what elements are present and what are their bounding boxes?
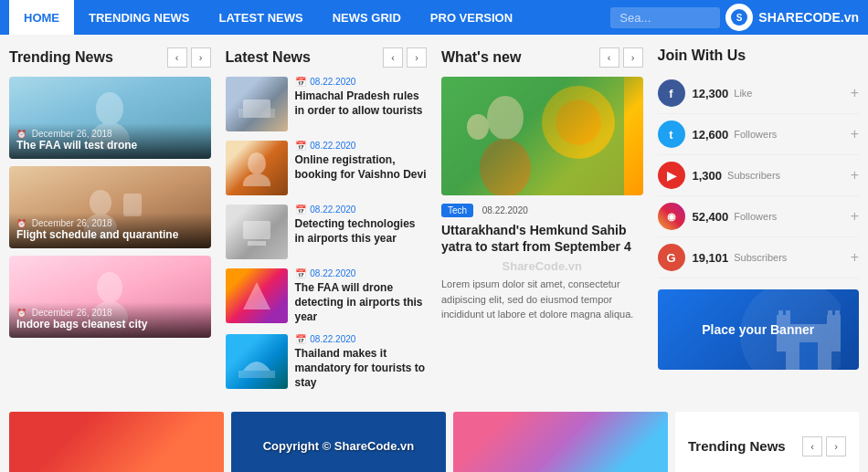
bottom-trending-label: Trending News [688,438,786,454]
featured-title[interactable]: Uttarakhand's Hemkund Sahib yatra to sta… [441,222,643,255]
join-title: Join With Us [658,47,746,64]
twitter-label: Followers [734,129,777,140]
bottom-next[interactable]: › [826,436,846,456]
youtube-plus[interactable]: + [851,167,859,184]
social-row-youtube: ▶ 1,300 Subscribers + [658,155,860,196]
nav-logo-area: S SHARECODE.vn [610,4,859,31]
featured-desc: Lorem ipsum dolor sit amet, consectetur … [441,277,643,322]
svg-point-19 [556,100,601,145]
latest-item-title-2: Online registration, booking for Vaishno… [295,152,428,182]
whatsnew-title: What's new [441,49,521,66]
latest-item-4[interactable]: 📅 08.22.2020 The FAA will drone detectin… [226,268,428,325]
banner-text: Place your Banner [702,322,814,337]
bottom-thumb-3 [453,412,668,472]
trending-card-title-3: Indore bags cleanest city [16,318,204,332]
youtube-icon: ▶ [658,162,685,189]
navbar: HOME TRENDING NEWS LATEST NEWS NEWS GRID… [0,0,868,35]
svg-rect-25 [827,315,841,351]
whatsnew-next[interactable]: › [623,47,643,68]
nav-item-grid[interactable]: NEWS GRID [318,0,416,35]
logo-text: SHARECODE.vn [758,10,859,25]
svg-rect-29 [828,310,832,318]
svg-point-12 [243,173,270,186]
latest-thumb-4 [226,268,288,323]
latest-item-5[interactable]: 📅 08.22.2020 Thailand makes it mandatory… [226,334,428,391]
youtube-label: Subscribers [727,170,780,181]
svg-rect-27 [778,310,783,318]
latest-date-5: 📅 08.22.2020 [295,334,428,344]
trending-arrows: ‹ › [167,47,211,68]
latest-item-1[interactable]: 📅 08.22.2020 Himachal Pradesh rules in o… [226,77,428,131]
svg-rect-16 [238,371,275,378]
latest-date-3: 📅 08.22.2020 [295,205,428,215]
facebook-label: Like [734,88,752,99]
trending-header: Trending News ‹ › [9,47,211,68]
google-plus[interactable]: + [851,249,859,266]
youtube-count: 1,300 [693,169,723,183]
latest-prev[interactable]: ‹ [383,47,403,68]
latest-header: Latest News ‹ › [226,47,428,68]
copyright-text: Copyright © ShareCode.vn [263,439,415,453]
svg-point-22 [467,114,489,140]
latest-info-3: 📅 08.22.2020 Detecting technologies in a… [295,205,428,246]
social-row-facebook: f 12,300 Like + [658,73,860,114]
latest-section: Latest News ‹ › 📅 08.22.2020 Himachal Pr… [226,47,428,399]
nav-item-latest[interactable]: LATEST NEWS [205,0,318,35]
latest-info-5: 📅 08.22.2020 Thailand makes it mandatory… [295,334,428,391]
latest-next[interactable]: › [407,47,427,68]
clock-icon-2: ⏰ [16,219,26,228]
svg-point-2 [96,92,123,125]
latest-item-title-3: Detecting technologies in airports this … [295,216,428,246]
featured-date: 08.22.2020 [482,205,528,215]
trending-prev[interactable]: ‹ [167,47,187,68]
latest-info-4: 📅 08.22.2020 The FAA will drone detectin… [295,268,428,325]
trending-next[interactable]: › [191,47,211,68]
latest-date-2: 📅 08.22.2020 [295,141,428,151]
facebook-plus[interactable]: + [851,85,859,101]
latest-title: Latest News [226,49,311,66]
trending-title: Trending News [9,49,113,66]
clock-icon-3: ⏰ [16,309,26,318]
trending-date-2: ⏰ December 26, 2018 [16,218,204,228]
watermark: ShareCode.vn [441,259,643,273]
join-header: Join With Us [658,47,860,64]
search-input[interactable] [610,7,720,28]
svg-marker-15 [243,282,270,309]
calendar-icon-2: 📅 [295,141,306,151]
trending-card-3[interactable]: ⏰ December 26, 2018 Indore bags cleanest… [9,256,211,338]
trending-card-title-2: Flight schedule and quarantine [16,228,204,243]
nav-item-home[interactable]: HOME [9,0,74,35]
calendar-icon-3: 📅 [295,205,306,215]
trending-card-1[interactable]: ⏰ December 26, 2018 The FAA will test dr… [9,77,211,159]
main-content: Trending News ‹ › ⏰ December 26, 2018 Th… [0,35,868,412]
twitter-plus[interactable]: + [851,126,859,142]
bottom-arrows: ‹ › [802,436,846,456]
trending-overlay-3: ⏰ December 26, 2018 Indore bags cleanest… [9,302,211,338]
google-count: 19,101 [693,251,729,265]
social-row-twitter: t 12,600 Followers + [658,114,860,155]
whatsnew-section: What's new ‹ › Tech 08.22.2020 [441,47,643,399]
trending-card-title-1: The FAA will test drone [16,139,204,153]
whatsnew-prev[interactable]: ‹ [599,47,619,68]
twitter-count: 12,600 [693,128,729,142]
svg-point-21 [480,139,531,195]
trending-date-3: ⏰ December 26, 2018 [16,308,204,318]
join-section: Join With Us f 12,300 Like + t 12,600 Fo… [658,47,860,399]
latest-thumb-1 [226,77,288,131]
social-row-instagram: ◉ 52,400 Followers + [658,196,860,237]
bottom-prev[interactable]: ‹ [802,436,822,456]
facebook-icon: f [658,79,685,107]
trending-card-2[interactable]: ⏰ December 26, 2018 Flight schedule and … [9,166,211,248]
latest-date-4: 📅 08.22.2020 [295,268,428,278]
svg-point-20 [487,96,524,140]
banner-box[interactable]: Place your Banner [658,289,860,370]
nav-item-pro[interactable]: PRO VERSION [416,0,527,35]
svg-rect-13 [243,221,270,239]
latest-item-2[interactable]: 📅 08.22.2020 Online registration, bookin… [226,141,428,195]
latest-thumb-3 [226,205,288,259]
nav-item-trending[interactable]: TRENDING NEWS [74,0,205,35]
latest-item-3[interactable]: 📅 08.22.2020 Detecting technologies in a… [226,205,428,259]
latest-date-1: 📅 08.22.2020 [295,77,428,87]
whatsnew-arrows: ‹ › [599,47,643,68]
instagram-plus[interactable]: + [851,208,859,225]
